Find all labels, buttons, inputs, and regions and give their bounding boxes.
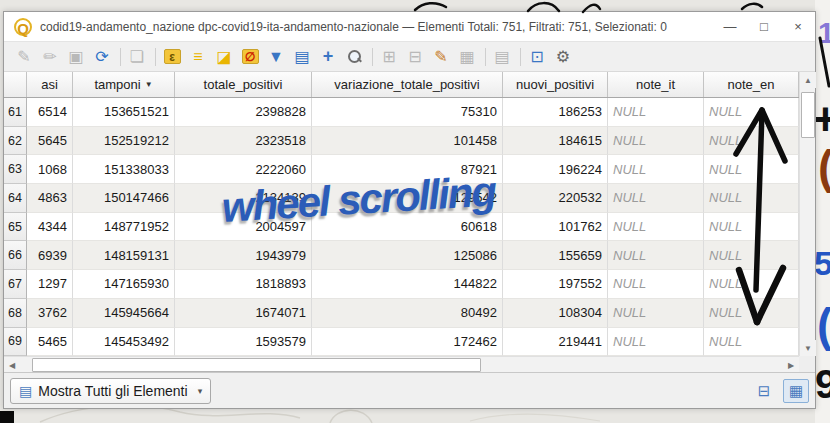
select-by-expression-icon[interactable]: ε — [160, 45, 184, 69]
cell-nuovi_positivi[interactable]: 186253 — [503, 98, 608, 127]
cell-note_en[interactable]: NULL — [704, 270, 799, 299]
cell-tamponi[interactable]: 152519212 — [73, 127, 175, 156]
cell-totale_positivi[interactable]: 2004597 — [175, 213, 312, 242]
vertical-scroll-thumb[interactable] — [801, 92, 815, 138]
cell-tamponi[interactable]: 150147466 — [73, 184, 175, 213]
cell-totale_positivi[interactable]: 2222060 — [175, 155, 312, 184]
cell-variazione_totale_positivi[interactable]: 125086 — [312, 241, 503, 270]
cell-casi[interactable]: 6514 — [27, 98, 73, 127]
cell-totale_positivi[interactable]: 2398828 — [175, 98, 312, 127]
cell-note_it[interactable]: NULL — [608, 328, 704, 357]
cell-note_it[interactable]: NULL — [608, 155, 704, 184]
cell-tamponi[interactable]: 148159131 — [73, 241, 175, 270]
cell-nuovi_positivi[interactable]: 196224 — [503, 155, 608, 184]
feature-filter-button[interactable]: ▤ Mostra Tutti gli Elementi ▾ — [10, 378, 211, 404]
row-number[interactable]: 63 — [4, 155, 27, 184]
scroll-down-button[interactable]: ▼ — [800, 340, 816, 356]
title-bar[interactable]: Q codid19-andamento_nazione dpc-covid19-… — [4, 12, 815, 42]
scroll-right-button[interactable]: ▶ — [783, 357, 799, 373]
cell-totale_positivi[interactable]: 1593579 — [175, 328, 312, 357]
cell-tamponi[interactable]: 145453492 — [73, 328, 175, 357]
pan-to-selection-icon[interactable]: + — [316, 45, 340, 69]
cell-casi[interactable]: 1068 — [27, 155, 73, 184]
column-header-variazione_totale_positivi[interactable]: variazione_totale_positivi — [312, 72, 503, 97]
zoom-to-selection-icon[interactable] — [342, 45, 366, 69]
column-header-note_en[interactable]: note_en — [704, 72, 799, 97]
cell-note_en[interactable]: NULL — [704, 299, 799, 328]
cell-nuovi_positivi[interactable]: 197552 — [503, 270, 608, 299]
row-number[interactable]: 68 — [4, 299, 27, 328]
cell-totale_positivi[interactable]: 2323518 — [175, 127, 312, 156]
field-calculator-icon[interactable]: ▦ — [455, 45, 479, 69]
cell-note_it[interactable]: NULL — [608, 184, 704, 213]
cell-note_en[interactable]: NULL — [704, 127, 799, 156]
cell-note_en[interactable]: NULL — [704, 241, 799, 270]
cell-tamponi[interactable]: 151338033 — [73, 155, 175, 184]
cell-note_en[interactable]: NULL — [704, 328, 799, 357]
toggle-editing-icon[interactable]: ✎ — [12, 45, 36, 69]
cell-note_it[interactable]: NULL — [608, 299, 704, 328]
column-header-nuovi_positivi[interactable]: nuovi_positivi — [503, 72, 608, 97]
cell-nuovi_positivi[interactable]: 219441 — [503, 328, 608, 357]
deselect-all-icon[interactable]: ∅ — [238, 45, 262, 69]
dock-table-icon[interactable]: ⊡ — [525, 45, 549, 69]
cell-totale_positivi[interactable]: 1818893 — [175, 270, 312, 299]
cell-nuovi_positivi[interactable]: 220532 — [503, 184, 608, 213]
delete-field-icon[interactable]: ⊟ — [403, 45, 427, 69]
move-selection-to-top-icon[interactable]: ▤ — [290, 45, 314, 69]
cell-variazione_totale_positivi[interactable]: 87921 — [312, 155, 503, 184]
cell-note_it[interactable]: NULL — [608, 270, 704, 299]
invert-selection-icon[interactable]: ◪ — [212, 45, 236, 69]
actions-icon[interactable]: ⚙ — [551, 45, 575, 69]
cell-variazione_totale_positivi[interactable]: 80492 — [312, 299, 503, 328]
edit-expression-icon[interactable]: ✎ — [429, 45, 453, 69]
column-header-tamponi[interactable]: tamponi▼ — [73, 72, 175, 97]
cell-note_it[interactable]: NULL — [608, 213, 704, 242]
multi-edit-icon[interactable]: ✏ — [38, 45, 62, 69]
cell-nuovi_positivi[interactable]: 184615 — [503, 127, 608, 156]
row-number[interactable]: 61 — [4, 98, 27, 127]
cell-variazione_totale_positivi[interactable]: 129542 — [312, 184, 503, 213]
column-header-note_it[interactable]: note_it — [608, 72, 704, 97]
row-number[interactable]: 62 — [4, 127, 27, 156]
cell-nuovi_positivi[interactable]: 155659 — [503, 241, 608, 270]
cell-variazione_totale_positivi[interactable]: 75310 — [312, 98, 503, 127]
close-button[interactable]: × — [781, 13, 815, 41]
cell-nuovi_positivi[interactable]: 108304 — [503, 299, 608, 328]
cell-variazione_totale_positivi[interactable]: 172462 — [312, 328, 503, 357]
form-view-button[interactable]: ⊟ — [751, 379, 777, 403]
cell-note_en[interactable]: NULL — [704, 213, 799, 242]
cell-casi[interactable]: 6939 — [27, 241, 73, 270]
scroll-up-button[interactable]: ▲ — [800, 72, 816, 88]
row-number[interactable]: 64 — [4, 184, 27, 213]
column-header-totale_positivi[interactable]: totale_positivi — [175, 72, 312, 97]
row-number[interactable]: 67 — [4, 270, 27, 299]
column-header-casi[interactable]: asi — [27, 72, 73, 97]
cell-note_it[interactable]: NULL — [608, 127, 704, 156]
cell-tamponi[interactable]: 148771952 — [73, 213, 175, 242]
row-number[interactable]: 66 — [4, 241, 27, 270]
horizontal-scrollbar[interactable]: ◀ ▶ — [4, 356, 799, 372]
minimize-button[interactable]: — — [713, 13, 747, 41]
maximize-button[interactable]: □ — [747, 13, 781, 41]
cell-variazione_totale_positivi[interactable]: 60618 — [312, 213, 503, 242]
column-header-row-number[interactable] — [4, 72, 27, 97]
select-all-icon[interactable]: ≡ — [186, 45, 210, 69]
cell-casi[interactable]: 4863 — [27, 184, 73, 213]
conditional-formatting-icon[interactable]: ▤ — [490, 45, 514, 69]
reload-table-icon[interactable]: ⟳ — [90, 45, 114, 69]
cell-casi[interactable]: 4344 — [27, 213, 73, 242]
cell-note_en[interactable]: NULL — [704, 184, 799, 213]
cell-tamponi[interactable]: 147165930 — [73, 270, 175, 299]
row-number[interactable]: 65 — [4, 213, 27, 242]
cell-variazione_totale_positivi[interactable]: 101458 — [312, 127, 503, 156]
new-field-icon[interactable]: ⊞ — [377, 45, 401, 69]
paste-features-icon[interactable]: ❏ — [125, 45, 149, 69]
cell-totale_positivi[interactable]: 1943979 — [175, 241, 312, 270]
filter-icon[interactable]: ▼ — [264, 45, 288, 69]
cell-casi[interactable]: 1297 — [27, 270, 73, 299]
cell-note_it[interactable]: NULL — [608, 98, 704, 127]
cell-casi[interactable]: 5645 — [27, 127, 73, 156]
cell-note_it[interactable]: NULL — [608, 241, 704, 270]
cell-tamponi[interactable]: 153651521 — [73, 98, 175, 127]
